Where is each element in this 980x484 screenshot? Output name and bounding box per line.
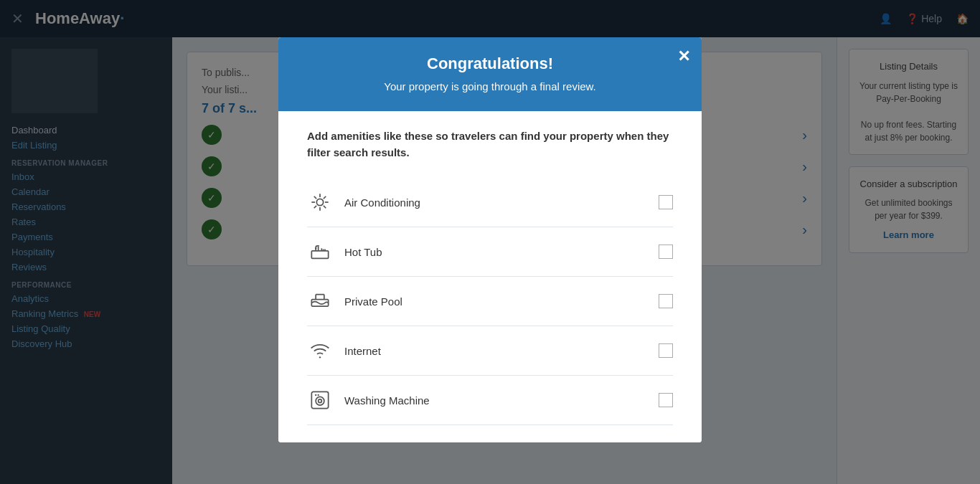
internet-checkbox[interactable] [659, 343, 673, 358]
hot-tub-checkbox[interactable] [659, 245, 673, 259]
svg-line-7 [324, 196, 326, 199]
modal-close-button[interactable]: ✕ [677, 47, 690, 66]
modal-subtitle: Your property is going through a final r… [307, 79, 673, 94]
svg-line-2 [314, 196, 316, 199]
svg-point-19 [318, 394, 319, 396]
washing-machine-icon [307, 387, 333, 413]
hot-tub-label: Hot Tub [344, 246, 659, 258]
svg-point-14 [319, 356, 321, 358]
amenities-modal: Congratulations! Your property is going … [278, 37, 702, 442]
private-pool-checkbox[interactable] [659, 294, 673, 308]
modal-body: Add amenities like these so travelers ca… [278, 111, 702, 442]
svg-point-16 [316, 397, 324, 405]
washing-machine-checkbox[interactable] [659, 393, 673, 407]
modal-title: Congratulations! [307, 54, 673, 73]
svg-rect-9 [311, 251, 328, 259]
svg-line-6 [314, 206, 316, 208]
private-pool-icon [307, 288, 333, 314]
svg-point-8 [316, 199, 323, 205]
modal-header: Congratulations! Your property is going … [278, 37, 702, 111]
wifi-icon [307, 338, 333, 364]
private-pool-label: Private Pool [344, 295, 659, 308]
amenity-row-private-pool: Private Pool [307, 277, 673, 326]
amenity-row-washing-machine: Washing Machine [307, 376, 673, 425]
amenity-row-air-conditioning: Air Conditioning [307, 178, 673, 227]
amenity-row-internet: Internet [307, 326, 673, 376]
modal-overlay: Congratulations! Your property is going … [0, 0, 980, 484]
amenity-row-hot-tub: Hot Tub [307, 227, 673, 277]
svg-point-18 [315, 394, 316, 396]
svg-point-17 [319, 399, 322, 403]
air-conditioning-icon [307, 189, 333, 215]
modal-description: Add amenities like these so travelers ca… [307, 128, 673, 161]
washing-machine-label: Washing Machine [344, 394, 659, 407]
svg-rect-15 [311, 392, 328, 408]
hot-tub-icon [307, 239, 333, 265]
air-conditioning-checkbox[interactable] [659, 195, 673, 209]
internet-label: Internet [344, 345, 659, 357]
svg-line-3 [324, 206, 326, 208]
air-conditioning-label: Air Conditioning [344, 196, 659, 209]
